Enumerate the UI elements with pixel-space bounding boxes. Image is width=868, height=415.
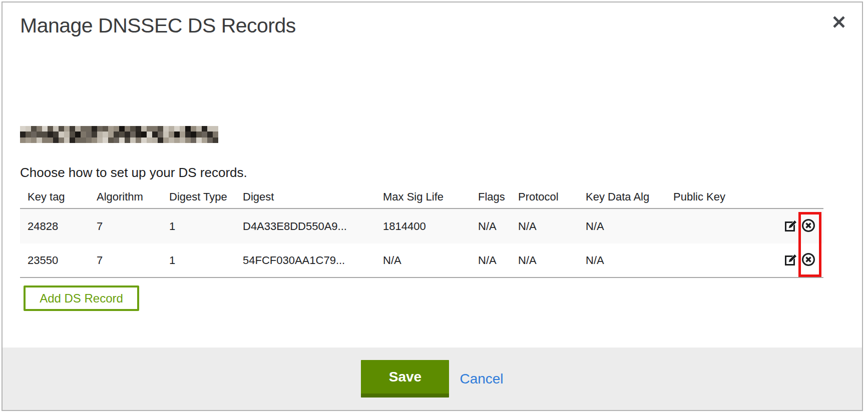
table-row: 23550 7 1 54FCF030AA1C79... N/A N/A N/A … — [20, 244, 823, 278]
add-ds-record-button[interactable]: Add DS Record — [24, 286, 139, 311]
save-button[interactable]: Save — [361, 360, 449, 398]
page-title: Manage DNSSEC DS Records — [20, 14, 296, 38]
cell-protocol: N/A — [511, 254, 578, 267]
cell-key-tag: 23550 — [20, 254, 89, 267]
column-header-max-sig-life: Max Sig Life — [375, 190, 471, 204]
delete-record-button[interactable] — [801, 252, 815, 268]
cell-algorithm: 7 — [89, 220, 162, 233]
cell-digest: 54FCF030AA1C79... — [235, 254, 375, 267]
edit-record-button[interactable] — [784, 253, 798, 268]
column-header-protocol: Protocol — [511, 190, 578, 204]
cell-flags: N/A — [471, 254, 511, 267]
delete-record-button[interactable] — [801, 218, 815, 234]
cell-digest-type: 1 — [162, 220, 235, 233]
table-row: 24828 7 1 D4A33E8DD550A9... 1814400 N/A … — [20, 209, 823, 244]
column-header-key-tag: Key tag — [20, 190, 89, 204]
column-header-digest-type: Digest Type — [162, 190, 235, 204]
column-header-algorithm: Algorithm — [89, 190, 162, 204]
screen: Manage DNSSEC DS Records Choose how to s… — [0, 0, 868, 415]
modal-footer: Save Cancel — [3, 348, 862, 410]
cell-digest: D4A33E8DD550A9... — [235, 220, 375, 233]
cell-flags: N/A — [471, 220, 511, 233]
intro-text: Choose how to set up your DS records. — [20, 165, 247, 180]
close-button[interactable] — [831, 15, 847, 31]
edit-icon — [784, 253, 798, 268]
delete-icon — [801, 218, 815, 234]
column-header-key-data-alg: Key Data Alg — [578, 190, 666, 204]
edit-icon — [784, 219, 798, 234]
edit-record-button[interactable] — [784, 219, 798, 234]
column-header-digest: Digest — [235, 190, 375, 204]
cell-algorithm: 7 — [89, 254, 162, 267]
cell-digest-type: 1 — [162, 254, 235, 267]
cell-key-data-alg: N/A — [578, 254, 666, 267]
delete-icon — [801, 252, 815, 268]
cell-protocol: N/A — [511, 220, 578, 233]
table-header-row: Key tag Algorithm Digest Type Digest Max… — [20, 186, 823, 209]
cancel-link[interactable]: Cancel — [460, 371, 503, 387]
cell-max-sig-life: 1814400 — [375, 220, 471, 233]
cell-max-sig-life: N/A — [375, 254, 471, 267]
domain-name-redacted — [20, 126, 218, 143]
column-header-public-key: Public Key — [666, 190, 773, 204]
ds-records-table: Key tag Algorithm Digest Type Digest Max… — [20, 186, 823, 278]
cell-key-data-alg: N/A — [578, 220, 666, 233]
cell-key-tag: 24828 — [20, 220, 89, 233]
column-header-flags: Flags — [471, 190, 511, 204]
close-icon — [832, 16, 845, 30]
